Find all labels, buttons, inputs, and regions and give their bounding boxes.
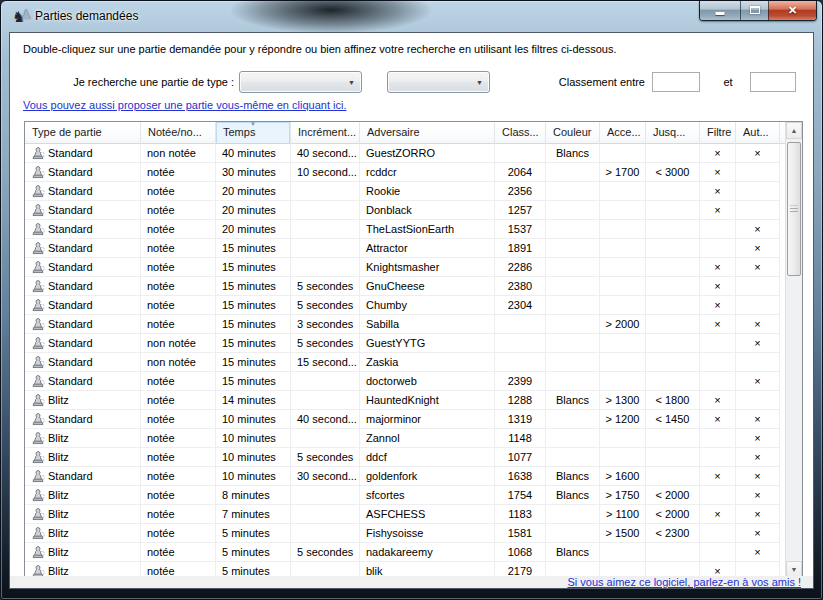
column-header-label: Type de partie (32, 126, 102, 138)
column-header-3[interactable]: Temps▼ (216, 122, 291, 144)
game-type: Standard (48, 375, 93, 387)
game-row[interactable]: Blitznotée10 minutes5 secondesddcf1077× (25, 448, 785, 467)
cell: × (736, 372, 780, 391)
cell (291, 220, 360, 239)
cell: notée (141, 163, 216, 182)
column-header-7[interactable]: Couleur (546, 122, 600, 144)
cell: × (736, 524, 780, 543)
cell: Standard (25, 334, 141, 353)
cell (495, 334, 546, 353)
cell: Standard (25, 296, 141, 315)
parties-demandees-window: ♟ ♞ Parties demandées ✕ Double-cliquez s… (0, 0, 823, 600)
game-type: Blitz (48, 508, 69, 520)
rating-max-input[interactable] (750, 72, 796, 92)
column-header-4[interactable]: Incrément... (291, 122, 360, 144)
column-header-8[interactable]: Acce... (600, 122, 646, 144)
game-row[interactable]: Standardnotée10 minutes30 second...golde… (25, 467, 785, 486)
game-row[interactable]: Standardnotée20 minutesTheLastSionEarth1… (25, 220, 785, 239)
cell (736, 201, 780, 220)
dialog-client-area: Double-cliquez sur une partie demandée p… (9, 32, 814, 589)
cell (646, 296, 700, 315)
rating-min-input[interactable] (652, 72, 700, 92)
game-row[interactable]: Standardnotée20 minutesDonblack1257× (25, 201, 785, 220)
scrollbar-thumb[interactable] (787, 142, 801, 276)
category-select[interactable]: ▼ (387, 71, 490, 93)
cell (546, 163, 600, 182)
cell: 15 minutes (216, 334, 291, 353)
cell: > 1100 (600, 505, 646, 524)
column-header-1[interactable]: Type de partie (25, 122, 141, 144)
cell (291, 486, 360, 505)
cell (600, 296, 646, 315)
game-row[interactable]: Blitznotée14 minutesHauntedKnight1288Bla… (25, 391, 785, 410)
pawn-icon (31, 545, 45, 562)
column-header-2[interactable]: Notée/no... (141, 122, 216, 144)
cell: < 2000 (646, 505, 700, 524)
cell: × (736, 505, 780, 524)
game-row[interactable]: Standardnotée15 minutesdoctorweb2399× (25, 372, 785, 391)
cell (646, 315, 700, 334)
pawn-icon (31, 526, 45, 543)
close-button[interactable]: ✕ (768, 1, 816, 20)
propose-game-link[interactable]: Vous pouvez aussi proposer une partie vo… (23, 99, 346, 111)
cell: majorminor (360, 410, 495, 429)
column-header-6[interactable]: Class... (495, 122, 546, 144)
minimize-button[interactable] (700, 1, 740, 20)
pawn-icon (31, 146, 45, 163)
cell (546, 353, 600, 372)
cell: Sabilla (360, 315, 495, 334)
game-row[interactable]: Standardnotée15 minutes3 secondesSabilla… (25, 315, 785, 334)
game-row[interactable]: Standardnon notée40 minutes40 second...G… (25, 144, 785, 163)
cell (700, 429, 736, 448)
game-row[interactable]: Standardnotée15 minutesKnightsmasher2286… (25, 258, 785, 277)
game-type: Standard (48, 413, 93, 425)
cell: non notée (141, 334, 216, 353)
game-row[interactable]: Standardnotée30 minutes10 second...rcddc… (25, 163, 785, 182)
column-header-10[interactable]: Filtre (700, 122, 736, 144)
maximize-button[interactable] (740, 1, 768, 20)
column-header-5[interactable]: Adversaire (360, 122, 495, 144)
share-link[interactable]: Si vous aimez ce logiciel, parlez-en à v… (567, 576, 801, 588)
column-header-9[interactable]: Jusq... (646, 122, 700, 144)
cell: Knightsmasher (360, 258, 495, 277)
game-row[interactable]: Standardnon notée15 minutes5 secondesGue… (25, 334, 785, 353)
game-type: Standard (48, 280, 93, 292)
cell: goldenfork (360, 467, 495, 486)
cell: Blitz (25, 486, 141, 505)
game-row[interactable]: Blitznotée10 minutesZannol1148× (25, 429, 785, 448)
game-row[interactable]: Standardnotée20 minutesRookie2356× (25, 182, 785, 201)
column-header-label: Incrément... (298, 126, 356, 138)
game-type: Blitz (48, 432, 69, 444)
game-type-select[interactable]: ▼ (239, 71, 362, 93)
game-row[interactable]: Blitznotée5 minutes5 secondesnadakareemy… (25, 543, 785, 562)
cell (546, 220, 600, 239)
pawn-icon (31, 507, 45, 524)
cell (546, 258, 600, 277)
scroll-up-button[interactable]: ▲ (786, 122, 802, 139)
game-row[interactable]: Standardnotée15 minutes5 secondesGnuChee… (25, 277, 785, 296)
cell (291, 258, 360, 277)
cell: 8 minutes (216, 486, 291, 505)
cell: < 2000 (646, 486, 700, 505)
cell: Standard (25, 372, 141, 391)
cell (546, 315, 600, 334)
game-row[interactable]: Standardnon notée15 minutes15 second...Z… (25, 353, 785, 372)
game-row[interactable]: Standardnotée15 minutes5 secondesChumby2… (25, 296, 785, 315)
cell: × (736, 448, 780, 467)
column-header-11[interactable]: Aut... (736, 122, 780, 144)
app-icon: ♟ ♞ (12, 6, 31, 25)
pawn-icon (31, 450, 45, 467)
game-row[interactable]: Standardnotée10 minutes40 second...major… (25, 410, 785, 429)
game-row[interactable]: Blitznotée7 minutesASFCHESS1183> 1100< 2… (25, 505, 785, 524)
titlebar[interactable]: ♟ ♞ Parties demandées ✕ (1, 1, 822, 32)
cell (700, 353, 736, 372)
cell: × (700, 315, 736, 334)
cell: notée (141, 505, 216, 524)
game-row[interactable]: Standardnotée15 minutesAttractor1891× (25, 239, 785, 258)
vertical-scrollbar[interactable]: ▲ ▼ (785, 122, 802, 578)
game-row[interactable]: Blitznotée8 minutessfcortes1754Blancs> 1… (25, 486, 785, 505)
game-row[interactable]: Blitznotée5 minutesFishysoisse1581> 1500… (25, 524, 785, 543)
game-type: Standard (48, 470, 93, 482)
cell: 15 second... (291, 353, 360, 372)
game-type: Standard (48, 356, 93, 368)
